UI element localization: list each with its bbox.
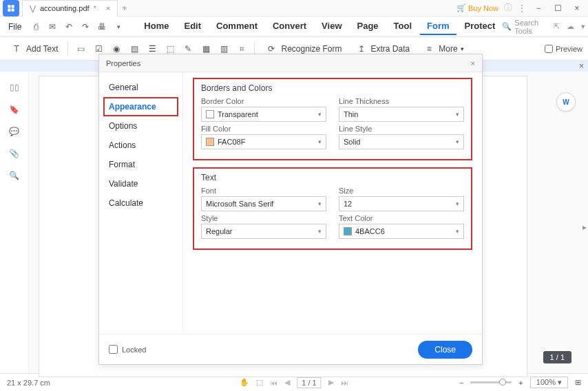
bookmark-icon[interactable]: 🔖	[8, 103, 21, 116]
text-field-icon[interactable]: ▭	[74, 42, 87, 56]
menu-page[interactable]: Page	[350, 18, 386, 35]
dimensions-label: 21 x 29.7 cm	[7, 379, 50, 387]
search-panel-icon[interactable]: 🔍	[8, 169, 21, 182]
cart-icon: 🛒	[456, 3, 466, 12]
nav-general[interactable]: General	[99, 78, 182, 97]
save-icon[interactable]: ⎙	[30, 21, 42, 33]
chevron-down-icon: ▾	[456, 138, 459, 145]
help-icon[interactable]: ▾	[581, 22, 585, 31]
menu-comment[interactable]: Comment	[209, 18, 264, 35]
word-badge-icon[interactable]: W	[556, 92, 576, 112]
nav-options[interactable]: Options	[99, 116, 182, 136]
preview-checkbox[interactable]: Preview	[545, 45, 582, 53]
undo-icon[interactable]: ↶	[63, 21, 75, 33]
properties-header: Properties ×	[99, 54, 482, 72]
properties-content: Borders and Colors Border Color Transpar…	[183, 72, 482, 334]
close-strip-icon[interactable]: ×	[579, 61, 584, 71]
first-page-icon[interactable]: ⏮	[270, 379, 277, 387]
border-color-select[interactable]: Transparent ▾	[201, 107, 326, 122]
line-style-select[interactable]: Solid ▾	[339, 134, 464, 149]
chevron-down-icon[interactable]: ▾	[112, 21, 125, 33]
zoom-in-icon[interactable]: +	[518, 379, 523, 387]
properties-panel: Properties × General Appearance Options …	[98, 54, 483, 365]
close-button[interactable]: Close	[418, 341, 472, 359]
search-icon: 🔍	[502, 22, 512, 31]
chevron-down-icon: ▾	[318, 111, 322, 118]
search-tools[interactable]: 🔍 Search Tools	[502, 19, 547, 35]
chevron-down-icon: ▾	[318, 138, 322, 145]
menu-home[interactable]: Home	[137, 18, 176, 35]
close-window-icon[interactable]: ×	[570, 1, 584, 15]
locked-checkbox-input[interactable]	[109, 345, 118, 354]
properties-footer: Locked Close	[99, 334, 482, 364]
zoom-select[interactable]: 100% ▾	[530, 377, 568, 388]
mail-icon[interactable]: ✉	[46, 21, 59, 33]
menu-tool[interactable]: Tool	[387, 18, 419, 35]
add-tab-icon[interactable]: +	[122, 3, 127, 13]
menu-view[interactable]: View	[315, 18, 348, 35]
dirty-indicator: *	[94, 4, 96, 12]
properties-nav: General Appearance Options Actions Forma…	[99, 72, 183, 334]
line-style-label: Line Style	[339, 125, 464, 133]
nav-validate[interactable]: Validate	[99, 174, 182, 193]
menubar: File ⎙ ✉ ↶ ↷ 🖶 ▾ Home Edit Comment Conve…	[0, 17, 588, 37]
nav-actions[interactable]: Actions	[99, 136, 182, 155]
chevron-down-icon: ▾	[318, 200, 322, 207]
nav-format[interactable]: Format	[99, 155, 182, 174]
thumbnails-icon[interactable]: ▯▯	[8, 81, 21, 94]
text-color-select[interactable]: 4BACC6 ▾	[339, 224, 464, 239]
font-label: Font	[201, 187, 326, 195]
redo-icon[interactable]: ↷	[79, 21, 92, 33]
menu-convert[interactable]: Convert	[266, 18, 313, 35]
preview-checkbox-input[interactable]	[545, 45, 553, 53]
select-tool-icon[interactable]: ⬚	[256, 378, 263, 387]
add-text-button[interactable]: T Add Text	[6, 41, 62, 57]
chevron-down-icon: ▾	[456, 200, 459, 207]
checkmark-icon: ⋁	[30, 4, 36, 13]
attachment-icon[interactable]: 📎	[8, 147, 21, 160]
left-rail: ▯▯ 🔖 💬 📎 🔍	[0, 72, 29, 373]
last-page-icon[interactable]: ⏭	[341, 379, 348, 387]
fill-color-select[interactable]: FAC08F ▾	[201, 134, 326, 149]
print-icon[interactable]: 🖶	[96, 21, 108, 33]
chevron-down-icon: ▾	[461, 45, 464, 52]
user-icon[interactable]: ⓘ	[504, 2, 512, 14]
font-select[interactable]: Microsoft Sans Serif ▾	[201, 196, 326, 211]
file-tab[interactable]: ⋁ accounting.pdf * ×	[22, 0, 118, 17]
line-thickness-select[interactable]: Thin ▾	[339, 107, 464, 122]
maximize-icon[interactable]: ☐	[551, 1, 565, 15]
text-group-title: Text	[201, 173, 464, 182]
zoom-slider[interactable]	[470, 381, 512, 383]
size-select[interactable]: 12 ▾	[339, 196, 464, 211]
file-menu[interactable]: File	[3, 22, 27, 32]
cloud-icon[interactable]: ☁	[567, 22, 574, 31]
fill-swatch	[206, 138, 214, 146]
fit-page-icon[interactable]: ⊞	[575, 378, 581, 387]
expand-arrow-icon[interactable]: ▸	[582, 222, 587, 232]
buy-now-link[interactable]: 🛒 Buy Now	[456, 3, 498, 12]
nav-calculate[interactable]: Calculate	[99, 193, 182, 213]
chevron-down-icon: ▾	[456, 228, 459, 235]
locked-checkbox[interactable]: Locked	[109, 345, 146, 354]
menu-dots-icon[interactable]: ⋮	[518, 3, 526, 13]
next-page-icon[interactable]: ▶	[328, 378, 334, 387]
page-input[interactable]: 1 / 1	[297, 377, 321, 388]
menu-form[interactable]: Form	[420, 18, 456, 35]
menu-edit[interactable]: Edit	[177, 18, 208, 35]
comment-panel-icon[interactable]: 💬	[8, 125, 21, 138]
close-tab-icon[interactable]: ×	[106, 4, 110, 12]
prev-page-icon[interactable]: ◀	[284, 378, 290, 387]
style-select[interactable]: Regular ▾	[201, 224, 326, 239]
style-label: Style	[201, 214, 326, 222]
text-icon: T	[10, 42, 23, 56]
share-icon[interactable]: ⇱	[554, 22, 560, 31]
zoom-out-icon[interactable]: −	[459, 379, 463, 387]
page-navigation: ✋ ⬚ ⏮ ◀ 1 / 1 ▶ ⏭	[240, 377, 348, 388]
borders-colors-group: Borders and Colors Border Color Transpar…	[193, 78, 472, 160]
close-properties-icon[interactable]: ×	[471, 59, 475, 67]
nav-appearance[interactable]: Appearance	[103, 97, 178, 116]
menu-protect[interactable]: Protect	[458, 18, 503, 35]
hand-tool-icon[interactable]: ✋	[240, 378, 249, 387]
minimize-icon[interactable]: −	[532, 1, 545, 15]
titlebar: ⋁ accounting.pdf * × + 🛒 Buy Now ⓘ ⋮ − ☐…	[0, 0, 588, 17]
